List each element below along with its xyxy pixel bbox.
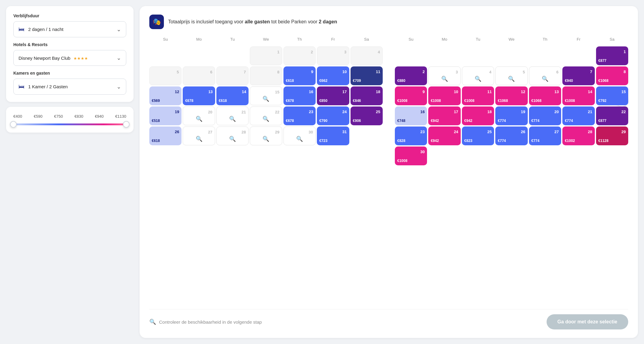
day-cell-r-25[interactable]: 25€823 [462, 126, 494, 145]
price-range-track[interactable] [13, 123, 126, 125]
day-cell-22[interactable]: 22🔍 [250, 106, 282, 125]
day-cell-r-empty [529, 147, 561, 165]
day-cell-16[interactable]: 16€678 [283, 86, 316, 105]
calendar-left: Su Mo Tu We Th Fr Sa 1 2 3 4 5 6 7 8 [149, 35, 383, 165]
day-cell-r-empty [462, 46, 494, 65]
day-cell-21[interactable]: 21🔍 [216, 106, 249, 125]
day-header-su-r: Su [395, 35, 427, 45]
stay-duration-dropdown[interactable]: 🛏 2 dagen / 1 nacht ⌄ [13, 21, 126, 37]
day-cell-r-empty [462, 147, 494, 165]
day-cell-5: 5 [149, 66, 181, 85]
disney-icon: 🎭 [149, 15, 164, 29]
day-header-tu-r: Tu [462, 35, 494, 45]
day-header-mo: Mo [183, 35, 215, 45]
day-cell-r-11[interactable]: 11€1008 [462, 86, 494, 105]
day-cell-r-empty [596, 147, 628, 165]
day-cell-empty [149, 46, 181, 65]
day-cell-r-9[interactable]: 9€1008 [395, 86, 427, 105]
day-cell-29[interactable]: 29🔍 [250, 126, 282, 145]
search-icon: 🔍 [296, 136, 303, 142]
search-icon: 🔍 [263, 136, 269, 142]
day-cell-r-empty [428, 147, 460, 165]
info-text-mid: tot beide Parken voor [270, 19, 319, 24]
day-cell-11[interactable]: 11€709 [351, 66, 383, 85]
day-cell-15[interactable]: 15🔍 [250, 86, 282, 105]
day-cell-r-14[interactable]: 14€1008 [562, 86, 595, 105]
proceed-button[interactable]: Ga door met deze selectie [547, 314, 628, 329]
price-range-thumb-left[interactable] [10, 121, 17, 128]
day-cell-r-22[interactable]: 22€877 [596, 106, 628, 125]
day-cell-r-26[interactable]: 26€774 [495, 126, 527, 145]
search-icon: 🔍 [263, 116, 269, 122]
day-cell-r-18[interactable]: 18€942 [462, 106, 494, 125]
day-cell-r-27[interactable]: 27€774 [529, 126, 561, 145]
day-cell-25[interactable]: 25€906 [351, 106, 383, 125]
day-cell-9[interactable]: 9€618 [283, 66, 316, 85]
day-cell-28[interactable]: 28🔍 [216, 126, 249, 145]
stay-filter-card: Verblijfsduur 🛏 2 dagen / 1 nacht ⌄ Hote… [6, 6, 134, 102]
day-cell-2: 2 [283, 46, 316, 65]
rooms-label: Kamers en gasten [13, 71, 126, 76]
day-cell-27[interactable]: 27🔍 [183, 126, 215, 145]
search-icon: 🔍 [229, 136, 236, 142]
day-cell-r-20[interactable]: 20€774 [529, 106, 561, 125]
day-header-sa-r: Sa [596, 35, 628, 45]
info-banner: 🎭 Totaalprijs is inclusief toegang voor … [149, 15, 628, 29]
main-content: 🎭 Totaalprijs is inclusief toegang voor … [140, 6, 638, 338]
day-cell-23[interactable]: 23€678 [283, 106, 316, 125]
day-cell-17[interactable]: 17€850 [317, 86, 349, 105]
search-icon: 🔍 [263, 96, 269, 102]
search-icon: 🔍 [196, 136, 202, 142]
day-cell-r-8[interactable]: 8€1068 [596, 66, 628, 85]
day-cell-r-21[interactable]: 21€774 [562, 106, 595, 125]
info-text: Totaalprijs is inclusief toegang voor al… [168, 19, 337, 25]
day-cell-30[interactable]: 30🔍 [283, 126, 316, 145]
day-cell-10[interactable]: 10€662 [317, 66, 349, 85]
day-cell-14[interactable]: 14€618 [216, 86, 249, 105]
day-cell-r-24[interactable]: 24€942 [428, 126, 460, 145]
day-cell-r-7[interactable]: 7€940 [562, 66, 595, 85]
day-cell-r-23[interactable]: 23€828 [395, 126, 427, 145]
day-cell-6: 6 [183, 66, 215, 85]
day-cell-r-29[interactable]: 29€1128 [596, 126, 628, 145]
day-cell-26[interactable]: 26€618 [149, 126, 181, 145]
day-cell-r-16[interactable]: 16€748 [395, 106, 427, 125]
day-cell-20[interactable]: 20🔍 [183, 106, 215, 125]
day-cell-19[interactable]: 19€518 [149, 106, 181, 125]
calendar-left-grid: Su Mo Tu We Th Fr Sa 1 2 3 4 5 6 7 8 [149, 35, 383, 145]
rooms-value: 1 Kamer / 2 Gasten [28, 84, 68, 89]
day-cell-24[interactable]: 24€790 [317, 106, 349, 125]
day-cell-r-28[interactable]: 28€1002 [562, 126, 595, 145]
day-cell-r-10[interactable]: 10€1008 [428, 86, 460, 105]
day-cell-8: 8 [250, 66, 282, 85]
sidebar: Verblijfsduur 🛏 2 dagen / 1 nacht ⌄ Hote… [6, 6, 134, 338]
day-cell-r-19[interactable]: 19€774 [495, 106, 527, 125]
calendars-wrapper: › Su Mo Tu We Th Fr Sa 1 2 3 4 5 [149, 35, 628, 165]
day-cell-r-15[interactable]: 15€792 [596, 86, 628, 105]
price-range-thumb-right[interactable] [123, 121, 130, 128]
day-cell-r-30[interactable]: 30€1008 [395, 147, 427, 165]
day-cell-r-1[interactable]: 1€877 [596, 46, 628, 65]
day-cell-r-5[interactable]: 5🔍 [495, 66, 527, 85]
day-cell-31[interactable]: 31€723 [317, 126, 349, 145]
search-icon: 🔍 [196, 116, 202, 122]
day-cell-r-17[interactable]: 17€942 [428, 106, 460, 125]
price-filter-card: €400 €590 €750 €830 €940 €1130 [6, 107, 134, 133]
day-cell-r-13[interactable]: 13€1068 [529, 86, 561, 105]
day-cell-r-2[interactable]: 2€880 [395, 66, 427, 85]
chevron-down-icon-2: ⌄ [117, 55, 121, 61]
rooms-dropdown[interactable]: 🛏 1 Kamer / 2 Gasten ⌄ [13, 79, 126, 95]
price-label-3: €830 [74, 114, 83, 119]
day-cell-12[interactable]: 12€569 [149, 86, 181, 105]
info-bold-days: 2 dagen [319, 19, 337, 24]
day-cell-18[interactable]: 18€846 [351, 86, 383, 105]
day-cell-r-3[interactable]: 3🔍 [428, 66, 460, 85]
day-header-su: Su [149, 35, 181, 45]
chevron-down-icon: ⌄ [117, 26, 121, 33]
day-cell-r-6[interactable]: 6🔍 [529, 66, 561, 85]
day-cell-empty [183, 46, 215, 65]
hotel-dropdown[interactable]: Disney Newport Bay Club ★★★★ ⌄ [13, 50, 126, 66]
day-cell-r-12[interactable]: 12€1068 [495, 86, 527, 105]
day-cell-r-4[interactable]: 4🔍 [462, 66, 494, 85]
day-cell-13[interactable]: 13€678 [183, 86, 215, 105]
